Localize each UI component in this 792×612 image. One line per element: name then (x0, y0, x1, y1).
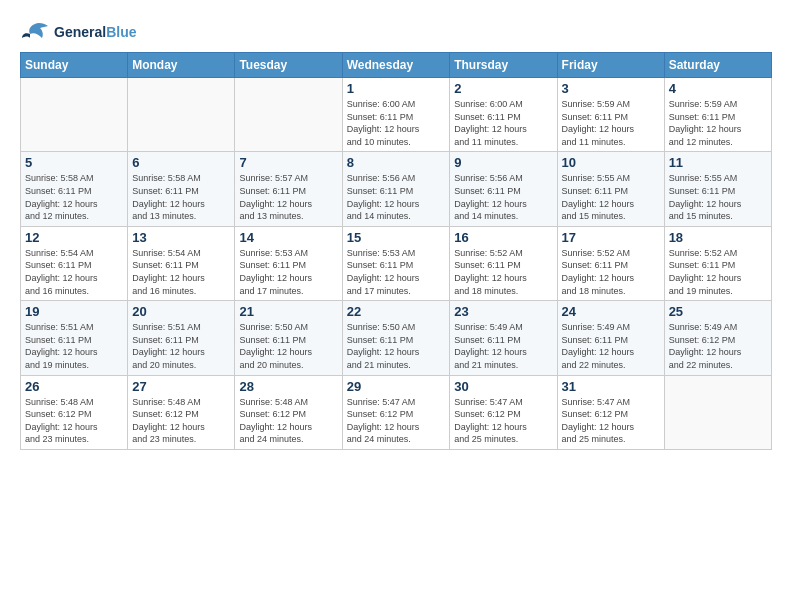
day-info: Sunrise: 5:48 AM Sunset: 6:12 PM Dayligh… (132, 396, 230, 446)
day-number: 5 (25, 155, 123, 170)
day-number: 31 (562, 379, 660, 394)
day-info: Sunrise: 6:00 AM Sunset: 6:11 PM Dayligh… (347, 98, 446, 148)
day-number: 13 (132, 230, 230, 245)
day-info: Sunrise: 5:53 AM Sunset: 6:11 PM Dayligh… (347, 247, 446, 297)
weekday-header-cell: Thursday (450, 53, 557, 78)
calendar-cell: 9Sunrise: 5:56 AM Sunset: 6:11 PM Daylig… (450, 152, 557, 226)
calendar-cell: 16Sunrise: 5:52 AM Sunset: 6:11 PM Dayli… (450, 226, 557, 300)
calendar-cell: 22Sunrise: 5:50 AM Sunset: 6:11 PM Dayli… (342, 301, 450, 375)
weekday-header-cell: Wednesday (342, 53, 450, 78)
calendar-cell: 24Sunrise: 5:49 AM Sunset: 6:11 PM Dayli… (557, 301, 664, 375)
calendar-week-row: 5Sunrise: 5:58 AM Sunset: 6:11 PM Daylig… (21, 152, 772, 226)
day-number: 30 (454, 379, 552, 394)
logo-text: GeneralBlue (54, 24, 136, 41)
day-info: Sunrise: 5:47 AM Sunset: 6:12 PM Dayligh… (454, 396, 552, 446)
calendar-cell: 20Sunrise: 5:51 AM Sunset: 6:11 PM Dayli… (128, 301, 235, 375)
calendar-cell: 12Sunrise: 5:54 AM Sunset: 6:11 PM Dayli… (21, 226, 128, 300)
calendar-body: 1Sunrise: 6:00 AM Sunset: 6:11 PM Daylig… (21, 78, 772, 450)
day-info: Sunrise: 5:55 AM Sunset: 6:11 PM Dayligh… (562, 172, 660, 222)
day-number: 27 (132, 379, 230, 394)
day-info: Sunrise: 5:54 AM Sunset: 6:11 PM Dayligh… (132, 247, 230, 297)
day-info: Sunrise: 5:51 AM Sunset: 6:11 PM Dayligh… (132, 321, 230, 371)
day-number: 28 (239, 379, 337, 394)
logo-icon (20, 20, 50, 44)
day-number: 24 (562, 304, 660, 319)
calendar-cell: 2Sunrise: 6:00 AM Sunset: 6:11 PM Daylig… (450, 78, 557, 152)
calendar-cell (664, 375, 771, 449)
calendar-cell: 3Sunrise: 5:59 AM Sunset: 6:11 PM Daylig… (557, 78, 664, 152)
calendar-cell: 23Sunrise: 5:49 AM Sunset: 6:11 PM Dayli… (450, 301, 557, 375)
day-info: Sunrise: 5:53 AM Sunset: 6:11 PM Dayligh… (239, 247, 337, 297)
day-number: 14 (239, 230, 337, 245)
day-info: Sunrise: 5:50 AM Sunset: 6:11 PM Dayligh… (347, 321, 446, 371)
day-info: Sunrise: 5:56 AM Sunset: 6:11 PM Dayligh… (454, 172, 552, 222)
day-info: Sunrise: 5:54 AM Sunset: 6:11 PM Dayligh… (25, 247, 123, 297)
day-info: Sunrise: 5:47 AM Sunset: 6:12 PM Dayligh… (562, 396, 660, 446)
calendar-cell: 30Sunrise: 5:47 AM Sunset: 6:12 PM Dayli… (450, 375, 557, 449)
day-number: 11 (669, 155, 767, 170)
calendar-cell: 27Sunrise: 5:48 AM Sunset: 6:12 PM Dayli… (128, 375, 235, 449)
day-info: Sunrise: 5:55 AM Sunset: 6:11 PM Dayligh… (669, 172, 767, 222)
calendar-cell: 14Sunrise: 5:53 AM Sunset: 6:11 PM Dayli… (235, 226, 342, 300)
day-info: Sunrise: 5:49 AM Sunset: 6:12 PM Dayligh… (669, 321, 767, 371)
weekday-header-cell: Sunday (21, 53, 128, 78)
calendar-week-row: 19Sunrise: 5:51 AM Sunset: 6:11 PM Dayli… (21, 301, 772, 375)
day-number: 25 (669, 304, 767, 319)
day-number: 19 (25, 304, 123, 319)
day-info: Sunrise: 5:50 AM Sunset: 6:11 PM Dayligh… (239, 321, 337, 371)
day-number: 22 (347, 304, 446, 319)
calendar-cell: 6Sunrise: 5:58 AM Sunset: 6:11 PM Daylig… (128, 152, 235, 226)
weekday-header-cell: Monday (128, 53, 235, 78)
calendar-cell: 21Sunrise: 5:50 AM Sunset: 6:11 PM Dayli… (235, 301, 342, 375)
day-number: 21 (239, 304, 337, 319)
weekday-header-cell: Tuesday (235, 53, 342, 78)
calendar-cell: 13Sunrise: 5:54 AM Sunset: 6:11 PM Dayli… (128, 226, 235, 300)
day-number: 16 (454, 230, 552, 245)
calendar-week-row: 26Sunrise: 5:48 AM Sunset: 6:12 PM Dayli… (21, 375, 772, 449)
day-number: 12 (25, 230, 123, 245)
day-info: Sunrise: 5:51 AM Sunset: 6:11 PM Dayligh… (25, 321, 123, 371)
day-number: 26 (25, 379, 123, 394)
weekday-header-cell: Saturday (664, 53, 771, 78)
calendar-cell: 29Sunrise: 5:47 AM Sunset: 6:12 PM Dayli… (342, 375, 450, 449)
day-number: 3 (562, 81, 660, 96)
day-number: 4 (669, 81, 767, 96)
day-info: Sunrise: 5:59 AM Sunset: 6:11 PM Dayligh… (562, 98, 660, 148)
day-info: Sunrise: 5:49 AM Sunset: 6:11 PM Dayligh… (454, 321, 552, 371)
day-info: Sunrise: 5:57 AM Sunset: 6:11 PM Dayligh… (239, 172, 337, 222)
day-number: 2 (454, 81, 552, 96)
calendar-cell (128, 78, 235, 152)
day-number: 9 (454, 155, 552, 170)
calendar-week-row: 12Sunrise: 5:54 AM Sunset: 6:11 PM Dayli… (21, 226, 772, 300)
day-number: 18 (669, 230, 767, 245)
calendar-cell: 5Sunrise: 5:58 AM Sunset: 6:11 PM Daylig… (21, 152, 128, 226)
calendar-cell: 15Sunrise: 5:53 AM Sunset: 6:11 PM Dayli… (342, 226, 450, 300)
day-info: Sunrise: 5:47 AM Sunset: 6:12 PM Dayligh… (347, 396, 446, 446)
weekday-header-cell: Friday (557, 53, 664, 78)
calendar: SundayMondayTuesdayWednesdayThursdayFrid… (20, 52, 772, 450)
calendar-cell (235, 78, 342, 152)
header: GeneralBlue (20, 20, 772, 44)
day-number: 1 (347, 81, 446, 96)
day-number: 7 (239, 155, 337, 170)
day-info: Sunrise: 5:49 AM Sunset: 6:11 PM Dayligh… (562, 321, 660, 371)
calendar-cell: 1Sunrise: 6:00 AM Sunset: 6:11 PM Daylig… (342, 78, 450, 152)
calendar-cell: 19Sunrise: 5:51 AM Sunset: 6:11 PM Dayli… (21, 301, 128, 375)
calendar-cell: 11Sunrise: 5:55 AM Sunset: 6:11 PM Dayli… (664, 152, 771, 226)
day-number: 23 (454, 304, 552, 319)
calendar-cell: 25Sunrise: 5:49 AM Sunset: 6:12 PM Dayli… (664, 301, 771, 375)
calendar-cell: 10Sunrise: 5:55 AM Sunset: 6:11 PM Dayli… (557, 152, 664, 226)
day-info: Sunrise: 5:56 AM Sunset: 6:11 PM Dayligh… (347, 172, 446, 222)
day-info: Sunrise: 5:48 AM Sunset: 6:12 PM Dayligh… (239, 396, 337, 446)
calendar-cell (21, 78, 128, 152)
day-info: Sunrise: 5:52 AM Sunset: 6:11 PM Dayligh… (669, 247, 767, 297)
day-number: 10 (562, 155, 660, 170)
calendar-cell: 8Sunrise: 5:56 AM Sunset: 6:11 PM Daylig… (342, 152, 450, 226)
calendar-cell: 18Sunrise: 5:52 AM Sunset: 6:11 PM Dayli… (664, 226, 771, 300)
day-number: 8 (347, 155, 446, 170)
logo: GeneralBlue (20, 20, 136, 44)
day-number: 17 (562, 230, 660, 245)
day-number: 20 (132, 304, 230, 319)
day-info: Sunrise: 6:00 AM Sunset: 6:11 PM Dayligh… (454, 98, 552, 148)
calendar-cell: 17Sunrise: 5:52 AM Sunset: 6:11 PM Dayli… (557, 226, 664, 300)
